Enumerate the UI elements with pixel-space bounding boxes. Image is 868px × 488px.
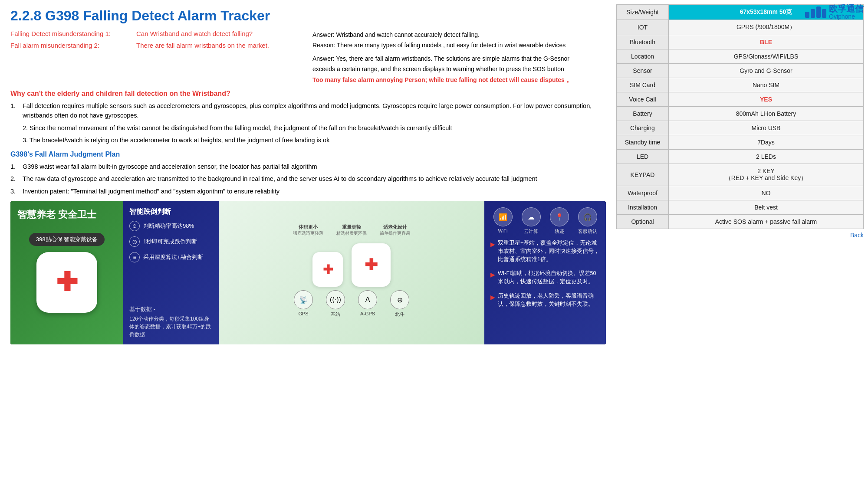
- icon-beidou: ⊕ 北斗: [390, 290, 409, 318]
- devices-image: ✚ ✚: [312, 243, 391, 287]
- spec-label-14: Optional: [617, 215, 669, 229]
- logo-bar-1: [805, 12, 809, 18]
- spec-label-3: Location: [617, 49, 669, 64]
- why-reason-1: 1. Fall detection requires multiple sens…: [10, 101, 606, 121]
- mis1-label: Falling Detect misunderstanding 1:: [10, 30, 132, 37]
- gps-icon: 📡: [294, 290, 313, 309]
- why-reason-3: 3. The bracelet/watch is relying on the …: [10, 135, 606, 145]
- spec-label-6: Voice Call: [617, 92, 669, 107]
- spec-row-14: OptionalActive SOS alarm + passive fall …: [617, 215, 864, 229]
- cloud-icon-item: ☁ 云计算: [519, 207, 543, 235]
- time-icon: ◷: [129, 236, 140, 247]
- spec-label-7: Battery: [617, 107, 669, 121]
- panel2-bottom: 基于数据 - 126个动作分类，每秒采集100组身体的姿态数据，累计获取40万+…: [129, 305, 213, 339]
- spec-value-13: Belt vest: [669, 200, 864, 215]
- panel1-badge: 398贴心保 智能穿戴设备: [29, 233, 105, 246]
- spec-row-7: Battery800mAh Li-ion Battery: [617, 107, 864, 121]
- device-small: ✚: [312, 252, 343, 287]
- logo-bar-4: [822, 9, 826, 18]
- specs-panel: Size/Weight67x53x18mm 50克IOTGPRS (/900/1…: [616, 0, 868, 488]
- spec-label-1: IOT: [617, 20, 669, 35]
- spec-label-4: Sensor: [617, 64, 669, 78]
- spec-value-9: 7Days: [669, 135, 864, 150]
- mis2-label: Fall alarm misunderstanding 2:: [10, 42, 132, 49]
- spec-row-5: SIM CardNano SIM: [617, 78, 864, 92]
- bottom-image-area: 智慧养老 安全卫士 398贴心保 智能穿戴设备 ✚ 智能跌倒判断 ⊙ 判断精确率…: [10, 201, 606, 344]
- panel4-item-2: ▶ WI-FI辅助，根据环境自动切换。误差50米以内，快速传送数据，定位更及时。: [490, 269, 600, 286]
- logo-bar-2: [811, 9, 815, 18]
- panel1-title: 智慧养老 安全卫士: [17, 208, 96, 221]
- mis1-question: Can Wristband and watch detect falling?: [136, 30, 304, 37]
- spec-label-0: Size/Weight: [617, 5, 669, 20]
- logo-bar-3: [816, 7, 821, 18]
- misunderstanding-section-1: Falling Detect misunderstanding 1: Can W…: [10, 30, 606, 85]
- track-icon-item: 📍 轨迹: [547, 207, 572, 235]
- g398-plan-3: 3. Invention patent: "Terminal fall judg…: [10, 187, 606, 196]
- spec-value-1: GPRS (/900/1800M）: [669, 20, 864, 35]
- spec-label-12: Waterproof: [617, 186, 669, 200]
- panel2-item-3: ≡ 采用深度算法+融合判断: [129, 252, 213, 262]
- spec-row-10: LED2 LEDs: [617, 150, 864, 164]
- spec-value-7: 800mAh Li-ion Battery: [669, 107, 864, 121]
- mis1-answer1: Answer: Wristband and watch cannot accur…: [312, 30, 606, 39]
- spec-label-10: LED: [617, 150, 669, 164]
- g398-heading: G398's Fall Alarm Judgment Plan: [10, 151, 606, 158]
- agps-icon: A: [358, 290, 377, 309]
- wifi-icon-item: 📶 WiFi: [490, 207, 515, 235]
- why-heading: Why can't the elderly and children fall …: [10, 90, 606, 98]
- spec-row-2: BluetoothBLE: [617, 35, 864, 49]
- panel4-item-3: ▶ 历史轨迹回放，老人防丢，客服语音确认，保障急救时效，关键时刻不失联。: [490, 292, 600, 308]
- spec-label-11: KEYPAD: [617, 164, 669, 186]
- mis2-answer1: Answer: Yes, there are fall alarm wristb…: [312, 54, 606, 63]
- small-cross-icon: ✚: [323, 262, 333, 277]
- icon-gps: 📡 GPS: [294, 290, 313, 318]
- triangle-icon-2: ▶: [490, 270, 495, 279]
- mis2-answer3: Too many false alarm annoying Person; wh…: [312, 75, 606, 85]
- panel2-item-2: ◷ 1秒即可完成跌倒判断: [129, 236, 213, 247]
- beidou-icon: ⊕: [390, 290, 409, 309]
- spec-value-11: 2 KEY （RED + KEY and Side Key）: [669, 164, 864, 186]
- logo-container: 欧孚通信 Oviphone: [829, 4, 864, 20]
- triangle-icon-1: ▶: [490, 240, 495, 249]
- panel4-icons-grid: 📶 WiFi ☁ 云计算 📍 轨迹 🎧 客服确认: [490, 207, 600, 235]
- spec-value-3: GPS/Glonass/WIFI/LBS: [669, 49, 864, 64]
- page-title: 2.2.8 G398 Falling Detect Alarm Tracker: [10, 8, 606, 24]
- logo-subtext: Oviphone: [829, 13, 864, 20]
- algo-icon: ≡: [129, 252, 140, 262]
- spec-row-8: ChargingMicro USB: [617, 121, 864, 135]
- mis2-answer2: exceeds a certain range, and the screen …: [312, 64, 606, 74]
- back-link[interactable]: Back: [616, 232, 864, 239]
- station-icon: ((·)): [326, 290, 345, 309]
- triangle-icon-3: ▶: [490, 293, 495, 302]
- panel4-item-1: ▶ 双重卫星+基站，覆盖全球定位，无论城市农村、室内室外，同时快速接受信号，比普…: [490, 239, 600, 263]
- spec-row-9: Standby time7Days: [617, 135, 864, 150]
- spec-value-14: Active SOS alarm + passive fall alarm: [669, 215, 864, 229]
- logo-bars: [805, 7, 826, 18]
- spec-row-13: InstallationBelt vest: [617, 200, 864, 215]
- device-large: ✚: [352, 243, 391, 287]
- accuracy-icon: ⊙: [129, 221, 140, 231]
- logo-text: 欧孚通信: [829, 4, 864, 13]
- spec-row-4: SensorGyro and G-Sensor: [617, 64, 864, 78]
- g398-plans-list: 1. G398 waist wear fall alarm built-in g…: [10, 162, 606, 196]
- large-cross-icon: ✚: [365, 256, 378, 274]
- spec-label-2: Bluetooth: [617, 35, 669, 49]
- service-icon-item: 🎧 客服确认: [575, 207, 600, 235]
- icon-agps: A A-GPS: [358, 290, 377, 318]
- spec-value-5: Nano SIM: [669, 78, 864, 92]
- logo-area: 欧孚通信 Oviphone: [805, 4, 864, 20]
- panel2-title: 智能跌倒判断: [129, 207, 213, 216]
- mis2-question: There are fall alarm wristbands on the m…: [136, 42, 304, 49]
- spec-row-12: WaterproofNO: [617, 186, 864, 200]
- cloud-icon: ☁: [522, 207, 541, 226]
- image-panel-1: 智慧养老 安全卫士 398贴心保 智能穿戴设备 ✚: [10, 201, 123, 344]
- why-reason-2: 2. Since the normal movement of the wris…: [10, 123, 606, 133]
- spec-row-3: LocationGPS/Glonass/WIFI/LBS: [617, 49, 864, 64]
- track-icon: 📍: [550, 207, 569, 226]
- g398-plan-2: 2. The raw data of gyroscope and acceler…: [10, 174, 606, 183]
- panel2-item-1: ⊙ 判断精确率高达98%: [129, 221, 213, 231]
- spec-row-11: KEYPAD2 KEY （RED + KEY and Side Key）: [617, 164, 864, 186]
- image-panel-3: 体积更小 强鹿选适更轻薄 重量更轻 精选材质更环保 适老化设计 简单操作更容易: [219, 201, 484, 344]
- image-panel-2: 智能跌倒判断 ⊙ 判断精确率高达98% ◷ 1秒即可完成跌倒判断 ≡ 采用深度算…: [123, 201, 219, 344]
- spec-value-8: Micro USB: [669, 121, 864, 135]
